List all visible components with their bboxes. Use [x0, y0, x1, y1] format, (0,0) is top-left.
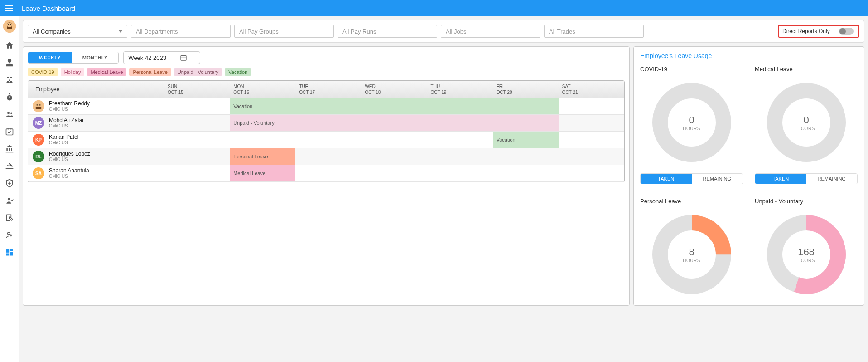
legend-unpaid: Unpaid - Voluntary — [174, 68, 222, 76]
company-select[interactable]: All Companies — [28, 25, 127, 38]
day-cell — [295, 165, 361, 181]
trades-select[interactable]: All Trades — [544, 25, 644, 38]
bank-icon[interactable] — [5, 144, 14, 153]
menu-icon[interactable] — [5, 3, 15, 14]
svg-point-23 — [39, 104, 41, 106]
jobs-select[interactable]: All Jobs — [441, 25, 540, 38]
departure-icon[interactable] — [5, 161, 14, 171]
day-cell — [295, 132, 361, 148]
monthly-tab[interactable]: MONTHLY — [72, 52, 118, 63]
trades-placeholder: All Trades — [549, 28, 575, 35]
usage-title: Employee's Leave Usage — [640, 52, 858, 59]
day-header: SUNOCT 15 — [164, 81, 230, 98]
jobs-placeholder: All Jobs — [446, 28, 467, 35]
direct-reports-toggle[interactable] — [839, 28, 854, 35]
app-header: Leave Dashboard — [0, 0, 868, 16]
svg-point-1 — [7, 23, 12, 28]
employee-cell: KPKanan PatelCMiC US — [28, 132, 164, 148]
calendar-row: SASharan AnantulaCMiC USMedical Leave — [28, 165, 624, 182]
add-user-icon[interactable] — [5, 230, 14, 240]
remaining-tab[interactable]: REMAINING — [806, 174, 858, 184]
day-cell — [164, 132, 230, 148]
donut-units: HOURS — [797, 258, 815, 263]
svg-point-14 — [7, 232, 10, 235]
taken-tab[interactable]: TAKEN — [641, 174, 692, 184]
day-cell — [361, 165, 427, 181]
week-value: Week 42 2023 — [128, 54, 166, 61]
people-icon[interactable] — [5, 110, 14, 119]
days-track: Vacation — [164, 132, 624, 148]
dashboard-icon[interactable] — [5, 248, 14, 257]
calendar-grid: Employee SUNOCT 15MONOCT 16TUEOCT 17WEDO… — [28, 80, 625, 182]
days-track: Vacation — [164, 98, 624, 114]
legend-vacation: Vacation — [225, 68, 251, 76]
pay-runs-select[interactable]: All Pay Runs — [338, 25, 437, 38]
svg-rect-2 — [7, 27, 12, 29]
svg-rect-21 — [36, 107, 42, 109]
day-header: TUEOCT 17 — [295, 81, 361, 98]
taken-tab[interactable]: TAKEN — [755, 174, 806, 184]
day-header: THUOCT 19 — [427, 81, 493, 98]
departments-select[interactable]: All Departments — [131, 25, 231, 38]
home-icon[interactable] — [5, 41, 14, 50]
usage-card: COVID-19 0 HOURS TAKEN REMAINING — [640, 66, 743, 184]
usage-card-title: COVID-19 — [640, 66, 743, 73]
svg-rect-19 — [181, 55, 186, 60]
day-cell — [361, 132, 427, 148]
employee-col-header: Employee — [28, 81, 164, 98]
leave-bar[interactable]: Personal Leave — [230, 148, 295, 165]
view-toggle: WEEKLY MONTHLY — [28, 52, 119, 64]
days-track: Personal Leave — [164, 148, 624, 165]
usage-card: Unpaid - Voluntary 168 HOURS — [755, 198, 858, 300]
usage-panel: Employee's Leave Usage COVID-19 0 HOURS … — [633, 46, 864, 306]
profile-icon[interactable] — [5, 58, 14, 67]
day-cell — [427, 132, 493, 148]
svg-point-5 — [7, 77, 9, 78]
weekly-tab[interactable]: WEEKLY — [28, 52, 72, 63]
svg-rect-15 — [6, 249, 9, 253]
svg-point-11 — [10, 112, 12, 114]
day-header: FRIOCT 20 — [493, 81, 559, 98]
day-cell — [427, 165, 493, 181]
user-avatar[interactable] — [3, 20, 16, 33]
employee-cell: SASharan AnantulaCMiC US — [28, 165, 164, 181]
edit-doc-icon[interactable] — [5, 213, 14, 222]
remaining-tab[interactable]: REMAINING — [692, 174, 743, 184]
employee-company: CMiC US — [49, 157, 90, 162]
leave-bar[interactable]: Vacation — [493, 132, 559, 148]
calendar-check-icon[interactable] — [5, 127, 14, 136]
shield-icon[interactable] — [5, 179, 14, 188]
day-cell — [559, 165, 624, 181]
leave-bar[interactable]: Medical Leave — [230, 165, 295, 181]
leave-bar[interactable]: Unpaid - Voluntary — [230, 115, 559, 131]
usage-toggle: TAKEN REMAINING — [640, 173, 743, 184]
pay-groups-select[interactable]: All Pay Groups — [234, 25, 334, 38]
calendar-row: MZMohd Ali ZafarCMiC USUnpaid - Voluntar… — [28, 115, 624, 132]
page-title: Leave Dashboard — [22, 5, 75, 12]
day-header: SATOCT 21 — [559, 81, 624, 98]
calendar-row: Preetham ReddyCMiC USVacation — [28, 98, 624, 115]
day-cell — [427, 148, 493, 165]
row-avatar: RL — [33, 151, 44, 162]
donut-units: HOURS — [683, 258, 700, 263]
employee-cell: RLRodrigues LopezCMiC US — [28, 148, 164, 165]
legend-covid: COVID-19 — [28, 68, 58, 76]
employee-name: Preetham Reddy — [49, 100, 90, 107]
usage-card-title: Medical Leave — [755, 66, 858, 73]
day-cell — [559, 132, 624, 148]
svg-rect-16 — [10, 249, 13, 251]
donut-chart: 8 HOURS — [646, 209, 737, 300]
day-cell — [295, 148, 361, 165]
leave-bar[interactable]: Vacation — [230, 98, 559, 114]
svg-point-3 — [8, 24, 9, 25]
family-icon[interactable] — [5, 75, 14, 84]
donut-chart: 0 HOURS — [646, 77, 737, 168]
usage-card-title: Personal Leave — [640, 198, 743, 205]
employee-name: Rodrigues Lopez — [49, 151, 90, 157]
week-picker[interactable]: Week 42 2023 — [123, 51, 200, 64]
employee-name: Mohd Ali Zafar — [49, 117, 84, 123]
user-check-icon[interactable] — [5, 196, 14, 205]
stopwatch-icon[interactable] — [5, 93, 14, 102]
day-cell — [230, 132, 295, 148]
usage-card-title: Unpaid - Voluntary — [755, 198, 858, 205]
